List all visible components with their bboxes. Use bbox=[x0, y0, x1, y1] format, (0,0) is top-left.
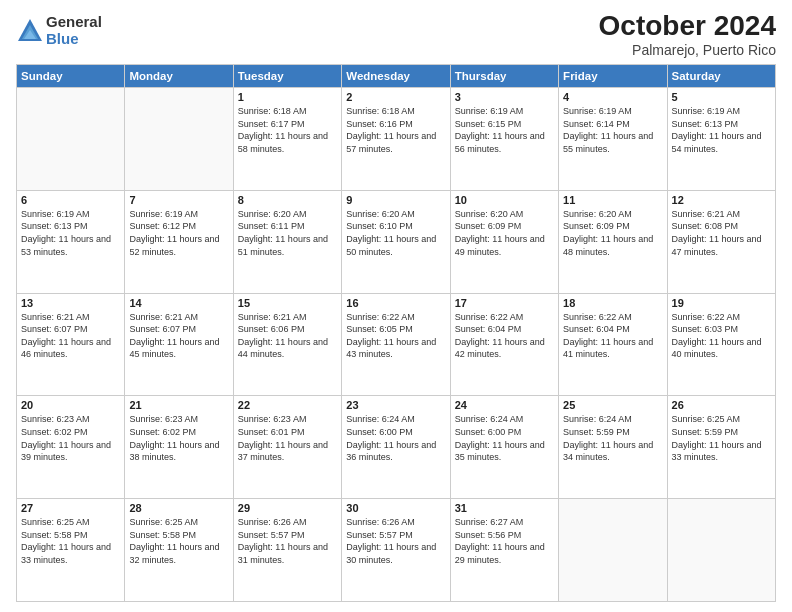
logo-icon bbox=[16, 17, 44, 45]
cell-day-number: 14 bbox=[129, 297, 228, 309]
day-header: Wednesday bbox=[342, 65, 450, 88]
calendar-title: October 2024 bbox=[599, 10, 776, 42]
cell-day-number: 16 bbox=[346, 297, 445, 309]
cell-info: Sunrise: 6:25 AMSunset: 5:58 PMDaylight:… bbox=[21, 516, 120, 566]
logo-general: General bbox=[46, 14, 102, 31]
calendar-cell: 26Sunrise: 6:25 AMSunset: 5:59 PMDayligh… bbox=[667, 396, 775, 499]
calendar-cell: 15Sunrise: 6:21 AMSunset: 6:06 PMDayligh… bbox=[233, 293, 341, 396]
calendar-cell: 11Sunrise: 6:20 AMSunset: 6:09 PMDayligh… bbox=[559, 190, 667, 293]
calendar-cell: 8Sunrise: 6:20 AMSunset: 6:11 PMDaylight… bbox=[233, 190, 341, 293]
cell-day-number: 21 bbox=[129, 399, 228, 411]
header: General Blue October 2024 Palmarejo, Pue… bbox=[16, 10, 776, 58]
cell-info: Sunrise: 6:27 AMSunset: 5:56 PMDaylight:… bbox=[455, 516, 554, 566]
calendar-cell: 10Sunrise: 6:20 AMSunset: 6:09 PMDayligh… bbox=[450, 190, 558, 293]
calendar-cell bbox=[559, 499, 667, 602]
cell-info: Sunrise: 6:23 AMSunset: 6:02 PMDaylight:… bbox=[21, 413, 120, 463]
cell-info: Sunrise: 6:26 AMSunset: 5:57 PMDaylight:… bbox=[346, 516, 445, 566]
cell-info: Sunrise: 6:23 AMSunset: 6:02 PMDaylight:… bbox=[129, 413, 228, 463]
calendar-cell: 6Sunrise: 6:19 AMSunset: 6:13 PMDaylight… bbox=[17, 190, 125, 293]
calendar-cell: 28Sunrise: 6:25 AMSunset: 5:58 PMDayligh… bbox=[125, 499, 233, 602]
calendar-cell: 31Sunrise: 6:27 AMSunset: 5:56 PMDayligh… bbox=[450, 499, 558, 602]
calendar-cell: 4Sunrise: 6:19 AMSunset: 6:14 PMDaylight… bbox=[559, 88, 667, 191]
calendar-cell bbox=[667, 499, 775, 602]
cell-day-number: 27 bbox=[21, 502, 120, 514]
calendar-cell: 21Sunrise: 6:23 AMSunset: 6:02 PMDayligh… bbox=[125, 396, 233, 499]
cell-day-number: 18 bbox=[563, 297, 662, 309]
day-header: Friday bbox=[559, 65, 667, 88]
cell-info: Sunrise: 6:19 AMSunset: 6:14 PMDaylight:… bbox=[563, 105, 662, 155]
calendar-cell: 18Sunrise: 6:22 AMSunset: 6:04 PMDayligh… bbox=[559, 293, 667, 396]
cell-info: Sunrise: 6:19 AMSunset: 6:12 PMDaylight:… bbox=[129, 208, 228, 258]
calendar-cell: 30Sunrise: 6:26 AMSunset: 5:57 PMDayligh… bbox=[342, 499, 450, 602]
cell-day-number: 1 bbox=[238, 91, 337, 103]
calendar-week-row: 20Sunrise: 6:23 AMSunset: 6:02 PMDayligh… bbox=[17, 396, 776, 499]
cell-info: Sunrise: 6:21 AMSunset: 6:07 PMDaylight:… bbox=[21, 311, 120, 361]
cell-info: Sunrise: 6:20 AMSunset: 6:11 PMDaylight:… bbox=[238, 208, 337, 258]
logo-blue: Blue bbox=[46, 31, 102, 48]
cell-info: Sunrise: 6:25 AMSunset: 5:59 PMDaylight:… bbox=[672, 413, 771, 463]
cell-info: Sunrise: 6:20 AMSunset: 6:10 PMDaylight:… bbox=[346, 208, 445, 258]
cell-info: Sunrise: 6:20 AMSunset: 6:09 PMDaylight:… bbox=[563, 208, 662, 258]
calendar-cell: 20Sunrise: 6:23 AMSunset: 6:02 PMDayligh… bbox=[17, 396, 125, 499]
calendar-cell: 7Sunrise: 6:19 AMSunset: 6:12 PMDaylight… bbox=[125, 190, 233, 293]
title-block: October 2024 Palmarejo, Puerto Rico bbox=[599, 10, 776, 58]
calendar-week-row: 27Sunrise: 6:25 AMSunset: 5:58 PMDayligh… bbox=[17, 499, 776, 602]
calendar-week-row: 1Sunrise: 6:18 AMSunset: 6:17 PMDaylight… bbox=[17, 88, 776, 191]
day-header: Tuesday bbox=[233, 65, 341, 88]
cell-info: Sunrise: 6:22 AMSunset: 6:04 PMDaylight:… bbox=[563, 311, 662, 361]
cell-day-number: 5 bbox=[672, 91, 771, 103]
cell-info: Sunrise: 6:19 AMSunset: 6:13 PMDaylight:… bbox=[21, 208, 120, 258]
cell-info: Sunrise: 6:26 AMSunset: 5:57 PMDaylight:… bbox=[238, 516, 337, 566]
day-header: Thursday bbox=[450, 65, 558, 88]
calendar-table: SundayMondayTuesdayWednesdayThursdayFrid… bbox=[16, 64, 776, 602]
cell-info: Sunrise: 6:21 AMSunset: 6:07 PMDaylight:… bbox=[129, 311, 228, 361]
cell-info: Sunrise: 6:18 AMSunset: 6:17 PMDaylight:… bbox=[238, 105, 337, 155]
cell-day-number: 17 bbox=[455, 297, 554, 309]
cell-day-number: 30 bbox=[346, 502, 445, 514]
cell-day-number: 26 bbox=[672, 399, 771, 411]
cell-info: Sunrise: 6:20 AMSunset: 6:09 PMDaylight:… bbox=[455, 208, 554, 258]
day-header: Monday bbox=[125, 65, 233, 88]
day-header: Sunday bbox=[17, 65, 125, 88]
cell-day-number: 19 bbox=[672, 297, 771, 309]
calendar-cell: 25Sunrise: 6:24 AMSunset: 5:59 PMDayligh… bbox=[559, 396, 667, 499]
logo: General Blue bbox=[16, 14, 102, 47]
cell-day-number: 20 bbox=[21, 399, 120, 411]
cell-info: Sunrise: 6:24 AMSunset: 5:59 PMDaylight:… bbox=[563, 413, 662, 463]
calendar-cell: 29Sunrise: 6:26 AMSunset: 5:57 PMDayligh… bbox=[233, 499, 341, 602]
cell-day-number: 10 bbox=[455, 194, 554, 206]
cell-info: Sunrise: 6:24 AMSunset: 6:00 PMDaylight:… bbox=[346, 413, 445, 463]
calendar-cell: 2Sunrise: 6:18 AMSunset: 6:16 PMDaylight… bbox=[342, 88, 450, 191]
cell-day-number: 2 bbox=[346, 91, 445, 103]
cell-info: Sunrise: 6:21 AMSunset: 6:06 PMDaylight:… bbox=[238, 311, 337, 361]
cell-day-number: 25 bbox=[563, 399, 662, 411]
cell-info: Sunrise: 6:22 AMSunset: 6:03 PMDaylight:… bbox=[672, 311, 771, 361]
cell-day-number: 4 bbox=[563, 91, 662, 103]
calendar-cell bbox=[125, 88, 233, 191]
calendar-cell: 1Sunrise: 6:18 AMSunset: 6:17 PMDaylight… bbox=[233, 88, 341, 191]
cell-day-number: 11 bbox=[563, 194, 662, 206]
page: General Blue October 2024 Palmarejo, Pue… bbox=[0, 0, 792, 612]
calendar-cell: 24Sunrise: 6:24 AMSunset: 6:00 PMDayligh… bbox=[450, 396, 558, 499]
calendar-cell: 12Sunrise: 6:21 AMSunset: 6:08 PMDayligh… bbox=[667, 190, 775, 293]
cell-day-number: 8 bbox=[238, 194, 337, 206]
cell-day-number: 28 bbox=[129, 502, 228, 514]
calendar-cell: 19Sunrise: 6:22 AMSunset: 6:03 PMDayligh… bbox=[667, 293, 775, 396]
cell-day-number: 12 bbox=[672, 194, 771, 206]
day-header: Saturday bbox=[667, 65, 775, 88]
cell-day-number: 24 bbox=[455, 399, 554, 411]
cell-info: Sunrise: 6:18 AMSunset: 6:16 PMDaylight:… bbox=[346, 105, 445, 155]
calendar-week-row: 13Sunrise: 6:21 AMSunset: 6:07 PMDayligh… bbox=[17, 293, 776, 396]
calendar-cell: 16Sunrise: 6:22 AMSunset: 6:05 PMDayligh… bbox=[342, 293, 450, 396]
calendar-week-row: 6Sunrise: 6:19 AMSunset: 6:13 PMDaylight… bbox=[17, 190, 776, 293]
cell-day-number: 29 bbox=[238, 502, 337, 514]
cell-day-number: 31 bbox=[455, 502, 554, 514]
calendar-cell: 27Sunrise: 6:25 AMSunset: 5:58 PMDayligh… bbox=[17, 499, 125, 602]
calendar-subtitle: Palmarejo, Puerto Rico bbox=[599, 42, 776, 58]
calendar-cell bbox=[17, 88, 125, 191]
calendar-cell: 3Sunrise: 6:19 AMSunset: 6:15 PMDaylight… bbox=[450, 88, 558, 191]
cell-info: Sunrise: 6:21 AMSunset: 6:08 PMDaylight:… bbox=[672, 208, 771, 258]
calendar-cell: 22Sunrise: 6:23 AMSunset: 6:01 PMDayligh… bbox=[233, 396, 341, 499]
cell-info: Sunrise: 6:23 AMSunset: 6:01 PMDaylight:… bbox=[238, 413, 337, 463]
cell-info: Sunrise: 6:22 AMSunset: 6:04 PMDaylight:… bbox=[455, 311, 554, 361]
